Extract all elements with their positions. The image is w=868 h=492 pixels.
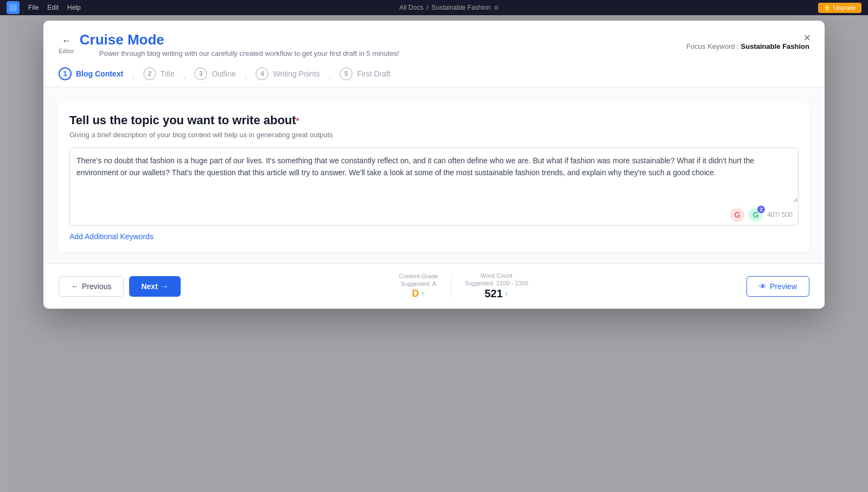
breadcrumb-current: Sustainable Fashion	[432, 4, 491, 11]
content-grade-label: Content Grade	[399, 273, 438, 279]
char-count: 407/ 500	[767, 211, 793, 219]
step-title[interactable]: 2 Title	[143, 67, 183, 87]
add-keywords-link[interactable]: Add Additional Keywords	[69, 232, 154, 241]
step-first-draft[interactable]: 5 First Draft	[340, 67, 399, 87]
section-title: Tell us the topic you want to write abou…	[69, 113, 799, 127]
footer-right: 👁 Preview	[746, 276, 809, 297]
prev-arrow-icon: ←	[71, 282, 79, 291]
footer-left: ← Previous Next →	[59, 276, 181, 297]
word-count-suggested: Suggested: 2100 - 2300	[464, 280, 528, 286]
menu-help[interactable]: Help	[67, 4, 81, 11]
word-count-stat: Word Count Suggested: 2100 - 2300 521 ↑	[464, 272, 528, 300]
modal-title-section: ← Editor Cruise Mode Power through blog …	[59, 31, 399, 57]
blog-context-card: Tell us the topic you want to write abou…	[59, 103, 809, 252]
breadcrumb-all[interactable]: All Docs	[399, 4, 423, 11]
step-blog-context[interactable]: 1 Blog Context	[59, 67, 132, 87]
step-chevron-1: ›	[132, 73, 143, 81]
step-4-label: Writing Points	[273, 69, 320, 78]
step-writing-points[interactable]: 4 Writing Points	[256, 67, 328, 87]
preview-button[interactable]: 👁 Preview	[746, 276, 809, 297]
step-1-num: 1	[59, 67, 72, 80]
step-4-num: 4	[256, 67, 269, 80]
modal-body: Tell us the topic you want to write abou…	[43, 87, 825, 263]
breadcrumb-sep: /	[426, 4, 428, 11]
modal-title: Cruise Mode	[80, 31, 399, 48]
steps-bar: 1 Blog Context › 2 Title › 3 Outline ›	[59, 60, 809, 87]
section-desc: Giving a brief description of your blog …	[69, 131, 799, 139]
app-logo	[7, 1, 20, 14]
content-grade-suggested: Suggested: A	[401, 280, 436, 287]
next-arrow-icon: →	[161, 282, 169, 291]
word-count-number: 521	[484, 287, 502, 300]
modal-subtitle: Power through blog writing with our care…	[99, 49, 399, 57]
focus-keyword: Focus Keyword : Sustainable Fashion	[686, 42, 809, 50]
blog-context-textarea[interactable]	[70, 148, 798, 202]
breadcrumb: All Docs / Sustainable Fashion ⚙	[90, 4, 809, 11]
step-1-label: Blog Context	[76, 69, 123, 78]
step-chevron-4: ›	[329, 73, 340, 81]
step-5-num: 5	[340, 67, 353, 80]
step-2-num: 2	[143, 67, 156, 80]
grade-up-arrow-icon: ↑	[422, 290, 425, 298]
step-5-label: First Draft	[357, 69, 390, 78]
back-to-editor-button[interactable]: ← Editor	[59, 35, 74, 54]
close-modal-button[interactable]: ×	[799, 29, 816, 47]
main-content: ← Editor Cruise Mode Power through blog …	[0, 15, 868, 492]
word-count-up-arrow-icon: ↑	[505, 290, 509, 298]
grammarly-green-icon: G 2	[749, 208, 763, 222]
required-marker: *	[296, 117, 299, 126]
grade-letter: D	[412, 288, 419, 299]
grammarly-red-icon: G	[730, 208, 744, 222]
content-grade-stat: Content Grade Suggested: A D ↑	[399, 273, 438, 299]
word-count-label: Word Count	[481, 272, 513, 279]
modal-overlay: ← Editor Cruise Mode Power through blog …	[0, 15, 868, 492]
eye-icon: 👁	[759, 282, 767, 291]
footer-center: Content Grade Suggested: A D ↑ Word Coun…	[399, 272, 528, 300]
menu-edit[interactable]: Edit	[47, 4, 59, 11]
step-chevron-2: ›	[183, 73, 195, 81]
title-block: Cruise Mode Power through blog writing w…	[80, 31, 399, 57]
step-outline[interactable]: 3 Outline	[194, 67, 244, 87]
top-bar-right: ⭐ Upgrade	[818, 3, 861, 13]
menu-bar: File Edit Help	[28, 4, 81, 11]
step-3-label: Outline	[212, 69, 235, 78]
modal-header: ← Editor Cruise Mode Power through blog …	[43, 21, 825, 87]
content-grade-value: D ↑	[412, 288, 425, 299]
textarea-footer: G G 2 407/ 500	[70, 205, 798, 225]
svg-rect-0	[9, 4, 17, 11]
menu-file[interactable]: File	[28, 4, 39, 11]
textarea-wrapper: G G 2 407/ 500	[69, 148, 799, 226]
star-icon: ⭐	[824, 4, 831, 11]
upgrade-button[interactable]: ⭐ Upgrade	[818, 3, 861, 13]
cruise-mode-modal: ← Editor Cruise Mode Power through blog …	[43, 21, 825, 309]
step-3-num: 3	[194, 67, 207, 80]
back-arrow-icon: ←	[61, 35, 71, 47]
modal-header-top: ← Editor Cruise Mode Power through blog …	[59, 31, 809, 57]
breadcrumb-icon: ⚙	[494, 4, 499, 11]
step-2-label: Title	[161, 69, 175, 78]
top-bar: File Edit Help All Docs / Sustainable Fa…	[0, 0, 868, 15]
next-button[interactable]: Next →	[129, 276, 180, 297]
word-count-value: 521 ↑	[484, 287, 508, 300]
back-label: Editor	[59, 48, 74, 54]
modal-footer: ← Previous Next → Content Grade Suggeste…	[43, 263, 825, 309]
previous-button[interactable]: ← Previous	[59, 276, 124, 297]
focus-keyword-value: Sustainable Fashion	[741, 42, 809, 50]
footer-divider	[451, 276, 451, 297]
grammarly-badge: 2	[757, 206, 765, 213]
step-chevron-3: ›	[245, 73, 256, 81]
